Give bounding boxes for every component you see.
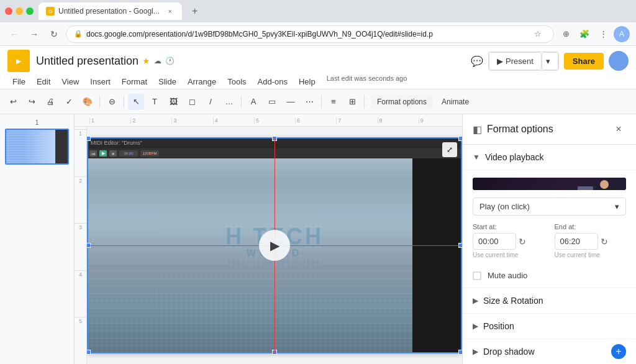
- menu-tools[interactable]: Tools: [222, 75, 251, 89]
- dropdown-chevron-icon: ▾: [615, 202, 619, 211]
- reload-button[interactable]: ↻: [46, 26, 62, 42]
- share-toolbar-icon[interactable]: ⊕: [558, 26, 574, 42]
- distribute-button[interactable]: ⊞: [344, 94, 360, 110]
- cloud-icon: ☁: [154, 57, 161, 65]
- toolbar-divider-5: [364, 96, 365, 108]
- star-icon[interactable]: ☆: [530, 26, 546, 42]
- animate-button[interactable]: Animate: [435, 95, 475, 109]
- maximize-traffic-light[interactable]: [26, 7, 34, 15]
- new-tab-button[interactable]: +: [187, 3, 203, 19]
- menu-edit[interactable]: Edit: [32, 75, 55, 89]
- address-bar[interactable]: 🔒 docs.google.com/presentation/d/1w9BfD9…: [66, 25, 554, 43]
- playback-option-text: Play (on click): [479, 202, 530, 211]
- tab-close-btn[interactable]: ×: [166, 7, 175, 16]
- ruler-left-3: 3: [75, 223, 86, 270]
- present-button[interactable]: ▶ Present: [489, 52, 542, 70]
- video-playback-section-header[interactable]: ▼ Video playback: [463, 145, 636, 170]
- user-avatar[interactable]: [609, 51, 629, 71]
- slides-app-icon: ▶: [7, 50, 30, 72]
- mute-label: Mute audio: [488, 271, 527, 280]
- share-button[interactable]: Share: [564, 53, 604, 70]
- print-button[interactable]: 🖨: [42, 94, 58, 110]
- slide-canvas[interactable]: H TECH WORLD YOUR VISION OUR FUTURE: [87, 137, 462, 353]
- border-color-button[interactable]: ▭: [264, 94, 280, 110]
- image-button[interactable]: 🖼: [165, 94, 181, 110]
- ruler-tick-3: 3: [171, 117, 212, 124]
- extensions-icon[interactable]: 🧩: [576, 26, 593, 42]
- present-dropdown[interactable]: ▾: [542, 52, 558, 70]
- browser-frame: G Untitled presentation - Googl... × + ←…: [0, 0, 636, 364]
- menu-slide[interactable]: Slide: [153, 75, 181, 89]
- drop-shadow-label: Drop shadow: [483, 347, 535, 357]
- play-button-circle[interactable]: ▶: [259, 230, 290, 261]
- ruler-tick-1: 1: [89, 117, 130, 124]
- start-time-field: Start at: ↻ Use current time: [473, 223, 545, 258]
- drop-shadow-left: ▶ Drop shadow: [473, 347, 535, 357]
- doc-title-section: Untitled presentation ★ ☁ 🕐: [36, 55, 175, 68]
- format-panel-icon: ◧: [473, 124, 482, 135]
- canvas-area: 1 2 3 4 5 6 7 8 9 1 2: [75, 114, 462, 364]
- undo-button[interactable]: ↩: [5, 94, 21, 110]
- start-time-input-row: ↻: [473, 233, 545, 250]
- end-time-field: End at: ↻ Use current time: [555, 223, 627, 258]
- add-section-button[interactable]: +: [611, 344, 626, 359]
- menu-help[interactable]: Help: [294, 75, 320, 89]
- chevron-right-size-icon: ▶: [473, 296, 478, 305]
- start-time-input[interactable]: [473, 233, 516, 250]
- bg-color-button[interactable]: A: [245, 94, 261, 110]
- menu-view[interactable]: View: [57, 75, 84, 89]
- end-time-input[interactable]: [555, 233, 598, 250]
- align-button[interactable]: ≡: [325, 94, 342, 110]
- redo-button[interactable]: ↪: [24, 94, 40, 110]
- minimize-traffic-light[interactable]: [16, 7, 23, 15]
- drop-shadow-section[interactable]: ▶ Drop shadow: [463, 339, 636, 364]
- menu-file[interactable]: File: [7, 75, 30, 89]
- star-icon[interactable]: ★: [142, 56, 150, 66]
- mute-section: Mute audio: [463, 266, 636, 288]
- browser-profile-avatar[interactable]: A: [614, 26, 630, 42]
- comment-icon[interactable]: 💬: [471, 55, 483, 67]
- format-options-button[interactable]: Format options: [371, 95, 433, 109]
- toolbar-divider-1: [99, 96, 100, 108]
- video-play-overlay[interactable]: ▶: [87, 137, 462, 353]
- slide-thumbnail[interactable]: [5, 129, 69, 165]
- slide-thumb-image: [6, 130, 68, 163]
- canvas-main[interactable]: H TECH WORLD YOUR VISION OUR FUTURE: [87, 127, 462, 364]
- format-panel-header: ◧ Format options ×: [463, 114, 636, 145]
- ruler-tick-4: 4: [213, 117, 254, 124]
- chevron-right-shadow-icon: ▶: [473, 347, 478, 356]
- text-button[interactable]: T: [147, 94, 163, 110]
- start-time-refresh-icon[interactable]: ↻: [519, 237, 526, 247]
- line-button[interactable]: /: [202, 94, 219, 110]
- doc-title[interactable]: Untitled presentation: [36, 55, 139, 68]
- close-traffic-light[interactable]: [5, 7, 12, 15]
- browser-tab[interactable]: G Untitled presentation - Googl... ×: [39, 2, 182, 20]
- menu-addons[interactable]: Add-ons: [253, 75, 293, 89]
- paint-format-button[interactable]: 🎨: [80, 94, 96, 110]
- menu-icon[interactable]: ⋮: [595, 26, 611, 42]
- position-section[interactable]: ▶ Position: [463, 313, 636, 339]
- mute-checkbox[interactable]: [473, 271, 481, 280]
- toolbar-divider-3: [241, 96, 242, 108]
- spellcheck-button[interactable]: ✓: [61, 94, 77, 110]
- back-button[interactable]: ←: [6, 26, 22, 42]
- format-panel-close-button[interactable]: ×: [611, 122, 626, 137]
- external-link-button[interactable]: ⤢: [442, 142, 457, 157]
- ruler-tick-7: 7: [336, 117, 377, 124]
- menu-arrange[interactable]: Arrange: [183, 75, 221, 89]
- forward-button[interactable]: →: [26, 26, 42, 42]
- shapes-button[interactable]: ◻: [184, 94, 200, 110]
- zoom-button[interactable]: ⊖: [104, 94, 120, 110]
- menu-insert[interactable]: Insert: [85, 75, 116, 89]
- size-rotation-section[interactable]: ▶ Size & Rotation: [463, 288, 636, 313]
- more-shapes-button[interactable]: …: [221, 94, 237, 110]
- border-weight-button[interactable]: —: [283, 94, 299, 110]
- start-time-label: Start at:: [473, 223, 545, 230]
- menu-format[interactable]: Format: [117, 75, 152, 89]
- cursor-button[interactable]: ↖: [128, 94, 144, 110]
- ruler-left-2: 2: [75, 176, 86, 224]
- app-header-top: ▶ Untitled presentation ★ ☁ 🕐 💬 ▶ Prese: [7, 50, 629, 72]
- end-time-refresh-icon[interactable]: ↻: [601, 237, 608, 247]
- border-dash-button[interactable]: ⋯: [301, 94, 317, 110]
- playback-dropdown[interactable]: Play (on click) ▾: [473, 198, 626, 216]
